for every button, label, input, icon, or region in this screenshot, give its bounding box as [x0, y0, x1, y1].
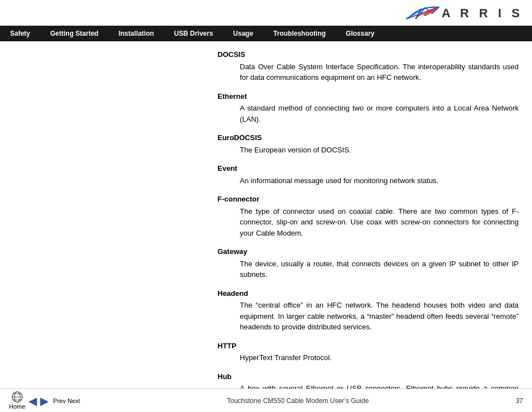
entry-term: Gateway: [217, 246, 519, 257]
nav-item-installation[interactable]: Installation: [109, 26, 164, 41]
footer-navigation: Home◀▶Prev Next: [9, 391, 80, 410]
entry-definition: HyperText Transfer Protocol.: [217, 352, 519, 363]
entry-definition: Data Over Cable System Interface Specifi…: [217, 61, 519, 83]
nav-item-usb-drivers[interactable]: USB Drivers: [164, 26, 223, 41]
logo-text: A R R I S: [442, 6, 523, 21]
entry-term: Event: [217, 163, 519, 174]
glossary-entry: DOCSISData Over Cable System Interface S…: [217, 49, 519, 83]
footer: Home◀▶Prev Next Touchstone CM550 Cable M…: [0, 389, 532, 412]
navbar: SafetyGetting StartedInstallationUSB Dri…: [0, 26, 532, 41]
nav-item-usage[interactable]: Usage: [223, 26, 263, 41]
entry-definition: The “central office” in an HFC network. …: [217, 300, 519, 333]
glossary-entry: EthernetA standard method of connecting …: [217, 91, 519, 125]
entry-definition: The European version of DOCSIS.: [217, 145, 519, 156]
entry-definition: The type of connector used on coaxial ca…: [217, 206, 519, 239]
home-icon: [11, 391, 24, 403]
header: A R R I S: [0, 0, 532, 26]
entry-definition: The device, usually a router, that conne…: [217, 258, 519, 280]
glossary-entry: GatewayThe device, usually a router, tha…: [217, 246, 519, 280]
entry-term: HTTP: [217, 341, 519, 352]
glossary-entry: F-connectorThe type of connector used on…: [217, 194, 519, 238]
footer-center-text: Touchstone CM550 Cable Modem User’s Guid…: [80, 397, 516, 405]
nav-item-getting-started[interactable]: Getting Started: [40, 26, 109, 41]
entry-term: Headend: [217, 288, 519, 299]
home-button[interactable]: Home: [9, 391, 25, 410]
glossary-entry: EventAn informational message used for m…: [217, 163, 519, 186]
entry-definition: An informational message used for monito…: [217, 175, 519, 186]
prev-button[interactable]: ◀: [28, 395, 37, 406]
glossary-entry: HTTPHyperText Transfer Protocol.: [217, 341, 519, 363]
entry-definition: A box with several Ethernet or USB conne…: [217, 383, 519, 389]
glossary-entry: HeadendThe “central office” in an HFC ne…: [217, 288, 519, 333]
nav-item-safety[interactable]: Safety: [0, 26, 40, 41]
entry-term: Hub: [217, 371, 519, 382]
home-label: Home: [9, 403, 25, 410]
page-number: 37: [516, 397, 523, 405]
content-area: DOCSISData Over Cable System Interface S…: [212, 41, 532, 389]
nav-item-troubleshooting[interactable]: Troubleshooting: [263, 26, 336, 41]
left-sidebar: [0, 41, 212, 389]
entry-term: DOCSIS: [217, 49, 519, 60]
arris-logo: A R R I S: [406, 6, 523, 21]
next-button[interactable]: ▶: [40, 395, 49, 406]
glossary-entry: HubA box with several Ethernet or USB co…: [217, 371, 519, 389]
arris-arrow-logo: [406, 6, 439, 21]
nav-item-glossary[interactable]: Glossary: [336, 26, 384, 41]
entry-definition: A standard method of connecting two or m…: [217, 103, 519, 124]
entry-term: F-connector: [217, 194, 519, 205]
entry-term: EuroDOCSIS: [217, 132, 519, 143]
glossary-entry: EuroDOCSISThe European version of DOCSIS…: [217, 132, 519, 155]
main-content: DOCSISData Over Cable System Interface S…: [0, 41, 532, 389]
entry-term: Ethernet: [217, 91, 519, 102]
prev-next-labels: Prev Next: [53, 397, 80, 404]
